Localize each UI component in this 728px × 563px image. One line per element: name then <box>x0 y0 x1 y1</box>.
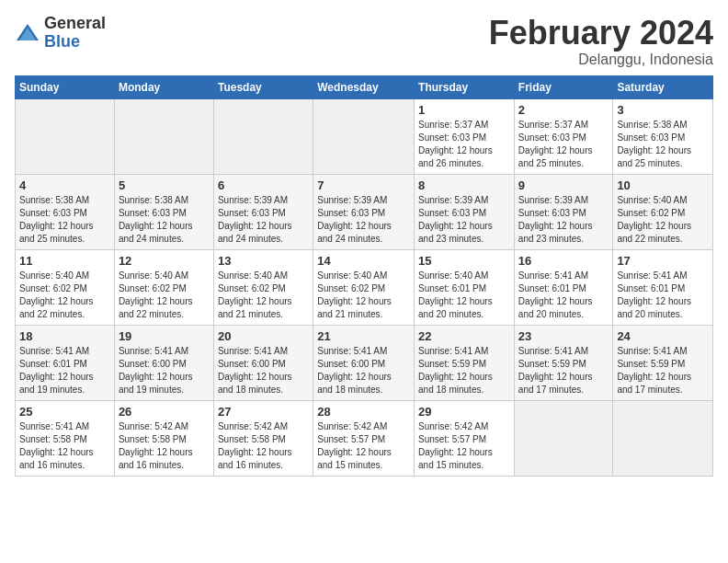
calendar-cell: 21Sunrise: 5:41 AM Sunset: 6:00 PM Dayli… <box>313 325 415 400</box>
calendar-body: 1Sunrise: 5:37 AM Sunset: 6:03 PM Daylig… <box>16 98 713 476</box>
day-number: 24 <box>617 329 709 343</box>
calendar-week-row: 18Sunrise: 5:41 AM Sunset: 6:01 PM Dayli… <box>16 325 713 400</box>
calendar-cell: 23Sunrise: 5:41 AM Sunset: 5:59 PM Dayli… <box>514 325 613 400</box>
day-number: 17 <box>617 254 709 268</box>
calendar-cell: 2Sunrise: 5:37 AM Sunset: 6:03 PM Daylig… <box>514 98 613 174</box>
day-info: Sunrise: 5:41 AM Sunset: 6:01 PM Dayligh… <box>19 345 110 396</box>
day-number: 16 <box>518 254 609 268</box>
day-info: Sunrise: 5:40 AM Sunset: 6:02 PM Dayligh… <box>119 270 210 321</box>
weekday-header: Wednesday <box>313 75 415 98</box>
day-info: Sunrise: 5:40 AM Sunset: 6:02 PM Dayligh… <box>19 270 110 321</box>
day-number: 27 <box>218 405 309 419</box>
day-info: Sunrise: 5:41 AM Sunset: 6:01 PM Dayligh… <box>617 270 709 321</box>
calendar-cell: 12Sunrise: 5:40 AM Sunset: 6:02 PM Dayli… <box>114 249 213 325</box>
calendar-cell: 11Sunrise: 5:40 AM Sunset: 6:02 PM Dayli… <box>16 249 115 325</box>
calendar-cell: 4Sunrise: 5:38 AM Sunset: 6:03 PM Daylig… <box>16 174 115 249</box>
calendar-cell: 5Sunrise: 5:38 AM Sunset: 6:03 PM Daylig… <box>114 174 213 249</box>
day-number: 20 <box>218 329 309 343</box>
weekday-header: Tuesday <box>213 75 313 98</box>
calendar-week-row: 4Sunrise: 5:38 AM Sunset: 6:03 PM Daylig… <box>16 174 713 249</box>
day-number: 7 <box>317 178 410 192</box>
day-info: Sunrise: 5:38 AM Sunset: 6:03 PM Dayligh… <box>617 119 709 170</box>
day-number: 23 <box>518 329 609 343</box>
calendar-cell: 6Sunrise: 5:39 AM Sunset: 6:03 PM Daylig… <box>213 174 313 249</box>
day-info: Sunrise: 5:39 AM Sunset: 6:03 PM Dayligh… <box>518 194 609 246</box>
day-info: Sunrise: 5:42 AM Sunset: 5:57 PM Dayligh… <box>317 420 410 472</box>
day-number: 10 <box>617 178 709 192</box>
day-number: 2 <box>518 103 609 117</box>
day-info: Sunrise: 5:38 AM Sunset: 6:03 PM Dayligh… <box>19 194 110 246</box>
day-info: Sunrise: 5:40 AM Sunset: 6:02 PM Dayligh… <box>317 270 410 321</box>
day-info: Sunrise: 5:41 AM Sunset: 5:58 PM Dayligh… <box>19 420 110 472</box>
day-info: Sunrise: 5:41 AM Sunset: 5:59 PM Dayligh… <box>617 345 709 396</box>
day-info: Sunrise: 5:41 AM Sunset: 5:59 PM Dayligh… <box>418 345 510 396</box>
calendar-cell: 22Sunrise: 5:41 AM Sunset: 5:59 PM Dayli… <box>415 325 515 400</box>
calendar-table: SundayMondayTuesdayWednesdayThursdayFrid… <box>15 75 713 477</box>
day-info: Sunrise: 5:41 AM Sunset: 6:00 PM Dayligh… <box>218 345 309 396</box>
day-info: Sunrise: 5:40 AM Sunset: 6:01 PM Dayligh… <box>418 270 510 321</box>
day-info: Sunrise: 5:40 AM Sunset: 6:02 PM Dayligh… <box>218 270 309 321</box>
day-number: 21 <box>317 329 410 343</box>
calendar-header: SundayMondayTuesdayWednesdayThursdayFrid… <box>16 75 713 98</box>
day-number: 18 <box>19 329 110 343</box>
calendar-cell: 29Sunrise: 5:42 AM Sunset: 5:57 PM Dayli… <box>415 400 515 476</box>
day-number: 15 <box>418 254 510 268</box>
calendar-cell: 10Sunrise: 5:40 AM Sunset: 6:02 PM Dayli… <box>613 174 713 249</box>
day-number: 4 <box>19 178 110 192</box>
day-info: Sunrise: 5:39 AM Sunset: 6:03 PM Dayligh… <box>418 194 510 246</box>
calendar-cell: 18Sunrise: 5:41 AM Sunset: 6:01 PM Dayli… <box>16 325 115 400</box>
day-number: 22 <box>418 329 510 343</box>
logo-icon <box>15 20 40 46</box>
day-number: 11 <box>19 254 110 268</box>
page-header: General Blue February 2024 Delanggu, Ind… <box>15 15 713 68</box>
day-info: Sunrise: 5:37 AM Sunset: 6:03 PM Dayligh… <box>418 119 510 170</box>
day-number: 9 <box>518 178 609 192</box>
day-info: Sunrise: 5:41 AM Sunset: 6:00 PM Dayligh… <box>317 345 410 396</box>
day-number: 25 <box>19 405 110 419</box>
calendar-cell <box>213 98 313 174</box>
logo-general: General <box>44 14 106 32</box>
day-info: Sunrise: 5:42 AM Sunset: 5:57 PM Dayligh… <box>418 420 510 472</box>
calendar-cell: 14Sunrise: 5:40 AM Sunset: 6:02 PM Dayli… <box>313 249 415 325</box>
day-info: Sunrise: 5:39 AM Sunset: 6:03 PM Dayligh… <box>218 194 309 246</box>
calendar-cell: 9Sunrise: 5:39 AM Sunset: 6:03 PM Daylig… <box>514 174 613 249</box>
calendar-cell <box>16 98 115 174</box>
day-number: 29 <box>418 405 510 419</box>
logo: General Blue <box>15 15 106 52</box>
weekday-header: Monday <box>114 75 213 98</box>
calendar-cell: 7Sunrise: 5:39 AM Sunset: 6:03 PM Daylig… <box>313 174 415 249</box>
day-info: Sunrise: 5:39 AM Sunset: 6:03 PM Dayligh… <box>317 194 410 246</box>
day-number: 3 <box>617 103 709 117</box>
day-number: 12 <box>119 254 210 268</box>
calendar-cell: 1Sunrise: 5:37 AM Sunset: 6:03 PM Daylig… <box>415 98 515 174</box>
calendar-cell <box>613 400 713 476</box>
calendar-cell: 28Sunrise: 5:42 AM Sunset: 5:57 PM Dayli… <box>313 400 415 476</box>
day-info: Sunrise: 5:41 AM Sunset: 5:59 PM Dayligh… <box>518 345 609 396</box>
day-info: Sunrise: 5:41 AM Sunset: 6:00 PM Dayligh… <box>119 345 210 396</box>
calendar-cell <box>313 98 415 174</box>
day-info: Sunrise: 5:41 AM Sunset: 6:01 PM Dayligh… <box>518 270 609 321</box>
calendar-cell: 25Sunrise: 5:41 AM Sunset: 5:58 PM Dayli… <box>16 400 115 476</box>
day-info: Sunrise: 5:42 AM Sunset: 5:58 PM Dayligh… <box>218 420 309 472</box>
weekday-header: Thursday <box>415 75 515 98</box>
calendar-cell: 17Sunrise: 5:41 AM Sunset: 6:01 PM Dayli… <box>613 249 713 325</box>
weekday-header: Sunday <box>16 75 115 98</box>
weekday-header: Saturday <box>613 75 713 98</box>
month-title: February 2024 <box>489 15 713 52</box>
title-block: February 2024 Delanggu, Indonesia <box>489 15 713 68</box>
calendar-week-row: 1Sunrise: 5:37 AM Sunset: 6:03 PM Daylig… <box>16 98 713 174</box>
day-info: Sunrise: 5:40 AM Sunset: 6:02 PM Dayligh… <box>617 194 709 246</box>
logo-blue: Blue <box>44 32 80 51</box>
day-info: Sunrise: 5:42 AM Sunset: 5:58 PM Dayligh… <box>119 420 210 472</box>
weekday-header: Friday <box>514 75 613 98</box>
calendar-week-row: 11Sunrise: 5:40 AM Sunset: 6:02 PM Dayli… <box>16 249 713 325</box>
day-number: 19 <box>119 329 210 343</box>
calendar-cell <box>514 400 613 476</box>
day-number: 14 <box>317 254 410 268</box>
weekday-row: SundayMondayTuesdayWednesdayThursdayFrid… <box>16 75 713 98</box>
calendar-cell: 20Sunrise: 5:41 AM Sunset: 6:00 PM Dayli… <box>213 325 313 400</box>
day-number: 1 <box>418 103 510 117</box>
day-number: 6 <box>218 178 309 192</box>
calendar-cell: 19Sunrise: 5:41 AM Sunset: 6:00 PM Dayli… <box>114 325 213 400</box>
day-info: Sunrise: 5:37 AM Sunset: 6:03 PM Dayligh… <box>518 119 609 170</box>
